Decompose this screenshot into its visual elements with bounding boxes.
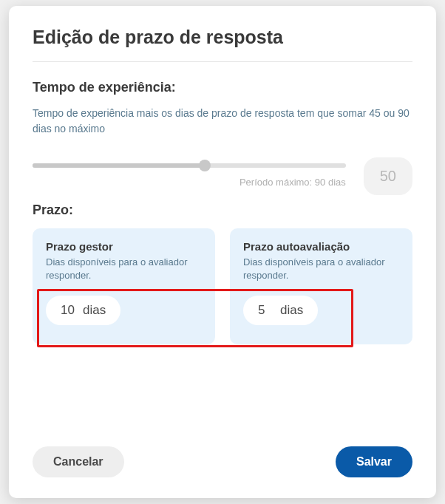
- gestor-days-value: 10: [61, 303, 75, 318]
- auto-days-unit: dias: [280, 303, 303, 318]
- card-gestor-sub: Dias disponíveis para o avaliador respon…: [46, 256, 202, 282]
- gestor-days-unit: dias: [83, 303, 106, 318]
- experience-help-text: Tempo de experiência mais os dias de pra…: [33, 106, 412, 137]
- save-button[interactable]: Salvar: [336, 446, 412, 477]
- experience-slider[interactable]: [33, 163, 346, 168]
- auto-days-input[interactable]: 5 dias: [243, 296, 318, 325]
- modal-footer: Cancelar Salvar: [33, 417, 412, 477]
- experience-value: 50: [364, 157, 412, 195]
- prazo-label: Prazo:: [33, 202, 412, 218]
- slider-caption: Período máximo: 90 dias: [33, 177, 346, 188]
- slider-thumb-icon[interactable]: [199, 160, 211, 171]
- card-gestor-title: Prazo gestor: [46, 240, 202, 253]
- card-prazo-gestor: Prazo gestor Dias disponíveis para o ava…: [33, 228, 215, 344]
- edit-deadline-modal: Edição de prazo de resposta Tempo de exp…: [9, 6, 436, 498]
- card-prazo-autoavaliacao: Prazo autoavaliação Dias disponíveis par…: [230, 228, 412, 344]
- prazo-cards-row: Prazo gestor Dias disponíveis para o ava…: [33, 228, 412, 344]
- gestor-days-input[interactable]: 10 dias: [46, 296, 120, 325]
- auto-days-value: 5: [258, 303, 273, 318]
- card-auto-sub: Dias disponíveis para o avaliador respon…: [243, 256, 399, 282]
- experience-slider-row: Período máximo: 90 dias 50: [33, 157, 412, 195]
- experience-label: Tempo de experiência:: [33, 80, 412, 95]
- cancel-button[interactable]: Cancelar: [33, 446, 124, 477]
- modal-title: Edição de prazo de resposta: [33, 27, 412, 48]
- divider: [33, 61, 412, 62]
- card-auto-title: Prazo autoavaliação: [243, 240, 399, 253]
